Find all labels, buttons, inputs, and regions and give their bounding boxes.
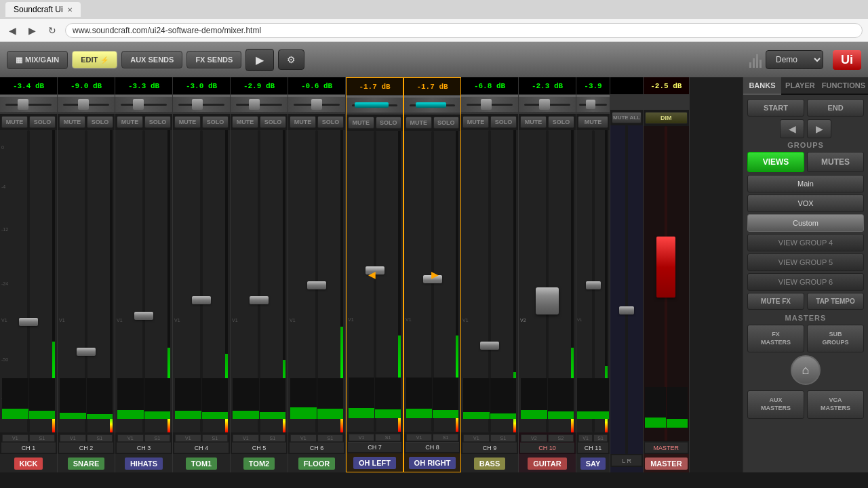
assign-v1-ch1[interactable]: V1 <box>2 434 28 442</box>
solo-btn-ch5[interactable]: SOLO <box>260 116 286 128</box>
mute-btn-ch6[interactable]: MUTE <box>290 116 316 128</box>
mix-gain-button[interactable]: ▦ MIX/GAIN <box>7 51 68 69</box>
forward-button[interactable]: ▶ <box>25 24 39 37</box>
fader-knob-ch3[interactable] <box>133 99 144 110</box>
assign-v1-ch6[interactable]: V1 <box>290 434 317 442</box>
assign-v1-ch7[interactable]: V1 <box>349 434 374 441</box>
assign-v1-ch4[interactable]: V1 <box>175 434 201 442</box>
view-group-5-button[interactable]: VIEW GROUP 5 <box>747 253 864 271</box>
assign-s1-ch3[interactable]: S1 <box>144 434 171 442</box>
vertical-fader-ch4[interactable] <box>192 296 211 304</box>
mutes-button[interactable]: MUTES <box>807 152 864 172</box>
fader-knob-ch5[interactable] <box>249 99 260 110</box>
vertical-fader-large-ch10[interactable] <box>536 287 559 314</box>
prev-button[interactable]: ◀ <box>780 119 804 138</box>
assign-s1-ch7[interactable]: S1 <box>375 434 401 441</box>
fader-knob-ch6[interactable] <box>311 99 322 110</box>
vertical-fader-ch9[interactable] <box>480 342 499 350</box>
view-group-6-button[interactable]: VIEW GROUP 6 <box>747 273 864 291</box>
dim-btn[interactable]: DIM <box>645 112 687 124</box>
assign-s1-ch8[interactable]: S1 <box>433 434 458 441</box>
solo-btn-ch4[interactable]: SOLO <box>202 116 229 128</box>
assign-s1-ch1[interactable]: S1 <box>29 434 56 442</box>
demo-dropdown[interactable]: Demo <box>766 50 823 69</box>
fader-knob-ch1[interactable] <box>18 99 28 110</box>
assign-v2-ch10[interactable]: V2 <box>521 434 547 442</box>
play-button[interactable]: ▶ <box>245 49 274 71</box>
home-button[interactable]: ⌂ <box>791 355 821 385</box>
aux-sends-button[interactable]: AUX SENDS <box>121 51 182 68</box>
end-button[interactable]: END <box>807 99 864 117</box>
fx-sends-button[interactable]: FX SENDS <box>186 51 241 68</box>
next-button[interactable]: ▶ <box>807 119 831 138</box>
fx-masters-button[interactable]: FXMASTERS <box>747 325 804 352</box>
refresh-button[interactable]: ↻ <box>45 24 60 37</box>
browser-tab[interactable]: Soundcraft Ui ✕ <box>5 2 81 17</box>
tab-close-button[interactable]: ✕ <box>67 6 73 14</box>
fader-knob-ch9[interactable] <box>481 99 492 110</box>
url-field[interactable]: www.soundcraft.com/ui24-software-demo/mi… <box>65 23 863 38</box>
mute-all-btn[interactable]: MUTE ALL <box>612 112 642 123</box>
mute-btn-ch7[interactable]: MUTE <box>348 117 374 129</box>
assign-v1-ch5[interactable]: V1 <box>233 434 259 442</box>
start-button[interactable]: START <box>747 99 804 117</box>
settings-button[interactable]: ⚙ <box>278 49 304 70</box>
main-group-button[interactable]: Main <box>747 175 864 192</box>
tab-player[interactable]: PLAYER <box>781 77 819 95</box>
solo-btn-ch8[interactable]: SOLO <box>433 117 460 129</box>
tab-functions[interactable]: FUNCTIONS <box>819 77 868 95</box>
assign-v1-ch11[interactable]: V1 <box>578 434 593 442</box>
edit-button[interactable]: EDIT ⚡ <box>72 51 117 68</box>
fader-knob-ch11[interactable] <box>586 100 595 109</box>
vertical-fader-ch1[interactable] <box>19 318 38 326</box>
solo-btn-ch1[interactable]: SOLO <box>29 116 56 128</box>
vertical-fader-ch6[interactable] <box>307 281 326 289</box>
aux-masters-button[interactable]: AUXMASTERS <box>747 390 804 418</box>
mute-btn-ch2[interactable]: MUTE <box>59 116 85 128</box>
vertical-fader-lr[interactable] <box>619 306 634 314</box>
vertical-fader-ch2[interactable] <box>77 348 96 356</box>
assign-v1-ch2[interactable]: V1 <box>60 434 86 442</box>
tap-tempo-button[interactable]: TAP TEMPO <box>807 293 864 310</box>
tab-banks[interactable]: BANKS <box>743 77 781 95</box>
mute-btn-ch3[interactable]: MUTE <box>117 116 143 128</box>
solo-btn-ch7[interactable]: SOLO <box>376 117 402 129</box>
assign-s2-ch10[interactable]: S2 <box>548 434 574 442</box>
mute-btn-ch4[interactable]: MUTE <box>174 116 201 128</box>
back-button[interactable]: ◀ <box>5 24 20 37</box>
views-button[interactable]: VIEWS <box>747 152 804 172</box>
assign-s1-ch9[interactable]: S1 <box>490 434 517 442</box>
vox-group-button[interactable]: VOX <box>747 195 864 212</box>
vertical-fader-ch3[interactable] <box>134 312 153 320</box>
fader-knob-ch10[interactable] <box>539 99 550 110</box>
vertical-fader-ch11[interactable] <box>586 281 601 289</box>
assign-s1-ch2[interactable]: S1 <box>87 434 113 442</box>
assign-s1-ch4[interactable]: S1 <box>202 434 229 442</box>
assign-s1-ch5[interactable]: S1 <box>260 434 286 442</box>
solo-btn-ch3[interactable]: SOLO <box>144 116 171 128</box>
mute-btn-ch1[interactable]: MUTE <box>1 116 28 128</box>
assign-s1-ch6[interactable]: S1 <box>317 434 344 442</box>
vca-masters-button[interactable]: VCAMASTERS <box>807 390 864 418</box>
mute-btn-ch5[interactable]: MUTE <box>232 116 258 128</box>
solo-btn-ch2[interactable]: SOLO <box>87 116 113 128</box>
custom-group-button[interactable]: Custom <box>747 214 864 232</box>
mute-btn-ch11[interactable]: MUTE <box>578 116 608 128</box>
assign-v1-ch8[interactable]: V1 <box>406 434 432 441</box>
fader-knob-ch2[interactable] <box>78 99 89 110</box>
vertical-fader-master[interactable] <box>656 237 675 298</box>
mute-btn-ch10[interactable]: MUTE <box>520 116 547 128</box>
assign-s1-ch11[interactable]: S1 <box>593 434 608 442</box>
solo-btn-ch10[interactable]: SOLO <box>548 116 574 128</box>
solo-btn-ch9[interactable]: SOLO <box>490 116 517 128</box>
assign-v1-ch9[interactable]: V1 <box>463 434 490 442</box>
view-group-4-button[interactable]: VIEW GROUP 4 <box>747 234 864 251</box>
sub-groups-button[interactable]: SUBGROUPS <box>807 325 864 352</box>
assign-v1-ch3[interactable]: V1 <box>117 434 144 442</box>
solo-btn-ch6[interactable]: SOLO <box>317 116 344 128</box>
fader-knob-ch4[interactable] <box>192 99 203 110</box>
mute-btn-ch8[interactable]: MUTE <box>406 117 432 129</box>
mute-fx-button[interactable]: MUTE FX <box>747 293 804 310</box>
vertical-fader-ch5[interactable] <box>250 296 269 304</box>
mute-btn-ch9[interactable]: MUTE <box>462 116 489 128</box>
